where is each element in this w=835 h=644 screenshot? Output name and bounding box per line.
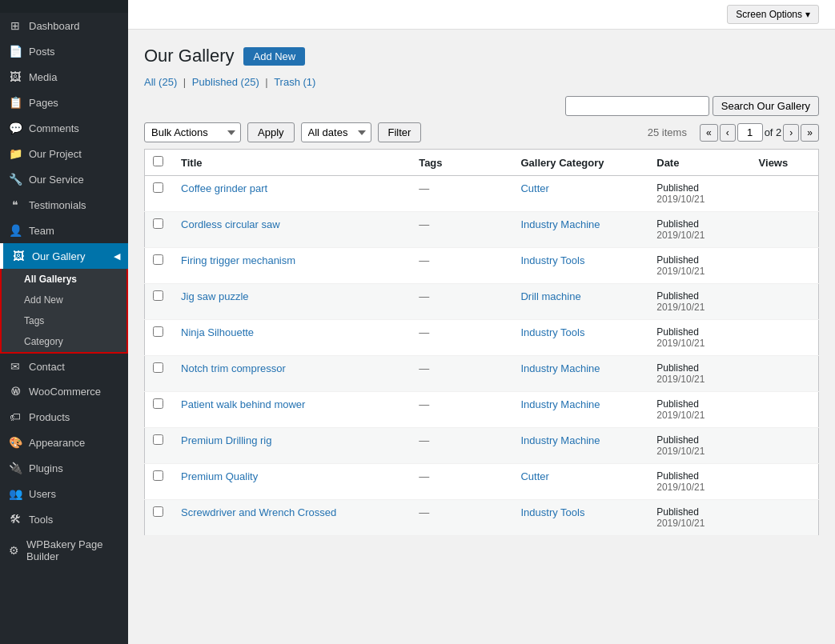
apply-button[interactable]: Apply	[247, 122, 295, 142]
sidebar-item-media[interactable]: 🖼 Media	[0, 64, 128, 90]
sidebar-item-our-service[interactable]: 🔧 Our Service	[0, 166, 128, 192]
screen-options-button[interactable]: Screen Options ▾	[727, 5, 819, 24]
row-category-link[interactable]: Industry Tools	[520, 506, 584, 518]
bulk-actions-select[interactable]: Bulk Actions Edit Move to Trash	[144, 122, 241, 142]
row-category-link[interactable]: Industry Tools	[520, 254, 584, 266]
row-checkbox[interactable]	[153, 182, 163, 193]
row-checkbox[interactable]	[153, 326, 163, 337]
sidebar-item-team[interactable]: 👤 Team	[0, 218, 128, 243]
row-checkbox[interactable]	[153, 218, 163, 229]
search-gallery-button[interactable]: Search Our Gallery	[713, 96, 819, 116]
pagination-next-button[interactable]: ›	[783, 124, 799, 142]
row-checkbox-cell	[145, 464, 174, 500]
row-category-link[interactable]: Industry Machine	[520, 362, 600, 374]
users-icon: 👥	[8, 487, 22, 500]
row-title-link[interactable]: Premium Drilling rig	[181, 434, 271, 446]
row-category-cell: Cutter	[512, 464, 648, 500]
top-bar: Screen Options ▾	[128, 0, 835, 30]
row-status: Published	[656, 470, 742, 482]
pagination-page-input[interactable]	[737, 123, 763, 142]
row-title-link[interactable]: Coffee grinder part	[181, 182, 267, 194]
sidebar-item-tools[interactable]: 🛠 Tools	[0, 506, 128, 532]
team-icon: 👤	[8, 224, 22, 237]
sidebar-item-appearance[interactable]: 🎨 Appearance	[0, 430, 128, 455]
row-checkbox[interactable]	[153, 470, 163, 481]
row-category-link[interactable]: Industry Machine	[520, 218, 600, 230]
search-input[interactable]	[565, 96, 709, 116]
row-title-link[interactable]: Screwdriver and Wrench Crossed	[181, 506, 336, 518]
sidebar-item-our-gallery[interactable]: 🖼 Our Gallery ◀	[0, 243, 128, 269]
row-tags-cell: —	[411, 392, 512, 428]
dashboard-icon: ⊞	[8, 19, 22, 32]
sidebar-item-label: Our Project	[29, 148, 82, 160]
row-category-link[interactable]: Drill machine	[520, 290, 580, 302]
sidebar-item-our-project[interactable]: 📁 Our Project	[0, 141, 128, 166]
pagination: « ‹ of 2 › »	[700, 123, 819, 142]
col-header-date: Date	[648, 150, 750, 176]
row-views-cell	[751, 320, 819, 356]
filter-published-link[interactable]: Published (25)	[192, 76, 259, 88]
row-checkbox[interactable]	[153, 362, 163, 373]
row-category-link[interactable]: Industry Machine	[520, 398, 600, 410]
sidebar-item-dashboard[interactable]: ⊞ Dashboard	[0, 13, 128, 38]
pagination-first-button[interactable]: «	[700, 124, 718, 142]
row-category-link[interactable]: Cutter	[520, 470, 548, 482]
row-checkbox[interactable]	[153, 398, 163, 409]
row-title-link[interactable]: Premium Quality	[181, 470, 258, 482]
filter-all-link[interactable]: All (25)	[144, 76, 177, 88]
row-category-link[interactable]: Industry Machine	[520, 434, 600, 446]
sidebar-item-label: Our Gallery	[32, 250, 85, 262]
row-title-link[interactable]: Jig saw puzzle	[181, 290, 249, 302]
row-tags-cell: —	[411, 428, 512, 464]
submenu-add-new[interactable]: Add New	[2, 290, 126, 310]
all-dates-select[interactable]: All dates	[301, 122, 371, 142]
sidebar-item-contact[interactable]: ✉ Contact	[0, 354, 128, 379]
row-title-link[interactable]: Notch trim compressor	[181, 362, 286, 374]
submenu-tags[interactable]: Tags	[2, 310, 126, 331]
sidebar-item-pages[interactable]: 📋 Pages	[0, 90, 128, 115]
row-checkbox[interactable]	[153, 254, 163, 265]
pagination-prev-button[interactable]: ‹	[720, 124, 736, 142]
row-date-cell: Published 2019/10/21	[648, 176, 750, 212]
filter-trash-label: Trash	[274, 76, 300, 88]
sidebar-item-label: Comments	[29, 122, 79, 134]
sidebar-item-comments[interactable]: 💬 Comments	[0, 115, 128, 141]
filter-button[interactable]: Filter	[378, 122, 422, 142]
row-title-link[interactable]: Ninja Silhouette	[181, 326, 254, 338]
row-views-cell	[751, 500, 819, 536]
add-new-button[interactable]: Add New	[243, 47, 305, 66]
table-row: Ninja Silhouette — Industry Tools Publis…	[145, 320, 819, 356]
sidebar-item-wpbakery[interactable]: ⚙ WPBakery Page Builder	[0, 532, 128, 569]
row-checkbox-cell	[145, 428, 174, 464]
row-title-cell: Premium Quality	[173, 464, 411, 500]
submenu-category[interactable]: Category	[2, 331, 126, 352]
sidebar-item-products[interactable]: 🏷 Products	[0, 404, 128, 430]
sidebar-item-users[interactable]: 👥 Users	[0, 481, 128, 506]
sidebar-item-testimonials[interactable]: ❝ Testimonials	[0, 192, 128, 218]
row-title-link[interactable]: Cordless circular saw	[181, 218, 280, 230]
row-status: Published	[656, 218, 742, 230]
row-status: Published	[656, 182, 742, 194]
sidebar-item-woocommerce[interactable]: Ⓦ WooCommerce	[0, 379, 128, 404]
our-gallery-icon: 🖼	[11, 250, 26, 262]
row-category-cell: Cutter	[512, 176, 648, 212]
table-row: Jig saw puzzle — Drill machine Published…	[145, 284, 819, 320]
sidebar-item-label: Team	[29, 225, 54, 237]
row-title-link[interactable]: Firing trigger mechanism	[181, 254, 295, 266]
select-all-checkbox[interactable]	[153, 156, 163, 166]
table-row: Cordless circular saw — Industry Machine…	[145, 212, 819, 248]
sidebar-item-label: Users	[29, 488, 56, 500]
row-checkbox[interactable]	[153, 506, 163, 517]
row-checkbox[interactable]	[153, 290, 163, 301]
sidebar-item-posts[interactable]: 📄 Posts	[0, 38, 128, 64]
filter-trash-link[interactable]: Trash (1)	[274, 76, 315, 88]
sidebar-item-plugins[interactable]: 🔌 Plugins	[0, 455, 128, 481]
pagination-last-button[interactable]: »	[801, 124, 819, 142]
row-date: 2019/10/21	[656, 338, 742, 349]
row-title-link[interactable]: Patient walk behind mower	[181, 398, 305, 410]
appearance-icon: 🎨	[8, 436, 22, 449]
row-category-link[interactable]: Cutter	[520, 182, 548, 194]
row-category-link[interactable]: Industry Tools	[520, 326, 584, 338]
submenu-all-gallerys[interactable]: All Gallerys	[2, 269, 126, 290]
row-checkbox[interactable]	[153, 434, 163, 445]
